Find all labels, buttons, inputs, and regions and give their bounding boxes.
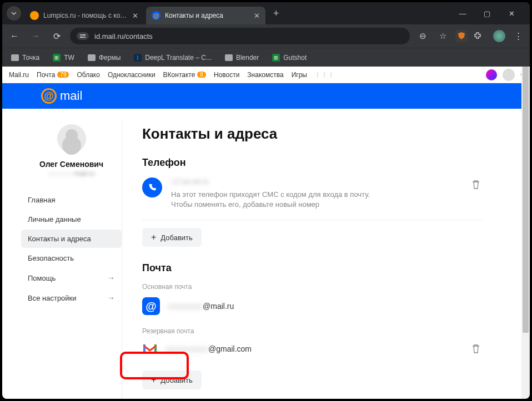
gmail-icon [142,343,158,354]
sidebar-item-label: Личные данные [28,215,81,224]
favicon-icon [30,11,39,20]
plus-icon: + [151,232,156,242]
nav-back-button[interactable]: ← [7,31,22,41]
phone-row: +7 ••• ••• •• На этот телефон приходят С… [142,177,483,220]
svg-point-2 [81,34,83,36]
profile-avatar-icon[interactable] [493,30,505,42]
extension-metamask-icon[interactable] [455,30,468,42]
email-section-heading: Почта [142,262,483,274]
user-email: xxxxxxxxmail.ru [21,170,122,177]
topnav-link[interactable]: Одноклассники [108,71,155,79]
at-icon: @ [41,88,57,104]
backup-email-row: xxxxxxxxxxx@gmail.com [142,339,483,363]
delete-phone-button[interactable] [469,177,483,192]
user-name: Олег Семенович [21,160,122,169]
scrollbar[interactable] [521,67,530,399]
window-minimize-button[interactable]: — [455,9,470,18]
sheets-icon: ⊞ [272,54,280,62]
zoom-icon[interactable]: ⊖ [415,31,430,41]
extensions-icon[interactable] [473,32,488,40]
sidebar-item[interactable]: Помощь→ [21,268,122,287]
topnav-link[interactable]: Облако [77,71,99,79]
delete-backup-email-button[interactable] [469,342,483,356]
page-content: Mail.ru Почта79 Облако Одноклассники ВКо… [2,67,530,399]
phone-description: На этот телефон приходят СМС с кодом для… [171,190,382,210]
site-settings-button[interactable] [77,32,89,40]
mail-count-badge: 79 [57,72,69,78]
sidebar-item-label: Все настройки [28,294,77,302]
bookmark-item[interactable]: ⊞Gutshot [269,52,310,64]
new-tab-button[interactable]: + [268,8,285,19]
sidebar-item[interactable]: Безопасность [21,249,122,267]
folder-icon [11,54,19,61]
browser-tab-1[interactable]: @ Контакты и адреса ✕ [146,7,265,24]
bookmark-item[interactable]: ⟩DeepL Translate – C... [131,52,215,64]
sidebar-item[interactable]: Личные данные [21,210,122,229]
bookmark-item[interactable]: Blender [222,52,262,64]
arrow-right-icon: → [107,273,115,282]
topnav-apps-icon[interactable]: ⋮⋮⋮ [315,72,335,78]
plus-icon: + [151,375,156,385]
mailru-topnav: Mail.ru Почта79 Облако Одноклассники ВКо… [2,67,530,83]
topnav-link[interactable]: Почта79 [37,71,69,79]
primary-email-label: Основная почта [142,283,483,291]
bookmark-item[interactable]: ⊞TW [49,52,78,64]
topnav-link[interactable]: Mail.ru [9,71,29,79]
arrow-right-icon: → [107,293,115,302]
browser-tab-0[interactable]: Lumpics.ru - помощь с компью ✕ [24,7,144,24]
primary-email: xxxxxxxxx@mail.ru [168,302,234,311]
deepl-icon: ⟩ [134,54,142,62]
sidebar-item[interactable]: Все настройки→ [21,288,122,307]
tab-close-button[interactable]: ✕ [132,12,138,20]
address-url: id.mail.ru/contacts [94,32,153,40]
folder-icon [88,54,96,61]
bookmark-item[interactable]: Фермы [84,52,124,64]
bookmarks-bar: Точка ⊞TW Фермы ⟩DeepL Translate – C... … [2,48,530,67]
svg-point-3 [83,37,85,38]
bookmark-item[interactable]: Точка [8,52,43,64]
browser-menu-button[interactable]: ⋮ [511,31,525,41]
browser-toolbar: ← → ⟳ id.mail.ru/contacts ⊖ ☆ ⋮ [2,24,530,48]
backup-email-label: Резервная почта [142,327,483,335]
user-avatar[interactable] [57,124,86,153]
tab-close-button[interactable]: ✕ [254,12,260,20]
topnav-link[interactable]: Новости [214,71,239,79]
sidebar-item-label: Помощь [28,274,56,282]
phone-number: +7 ••• ••• •• [171,177,460,186]
add-phone-button[interactable]: + Добавить [142,228,202,247]
sidebar-item[interactable]: Главная [21,191,122,209]
settings-sidebar: Олег Семенович xxxxxxxxmail.ru ГлавнаяЛи… [2,120,122,399]
primary-email-row: @ xxxxxxxxx@mail.ru [142,295,483,322]
topnav-link[interactable]: ВКонтакте8 [163,71,206,79]
window-close-button[interactable]: ✕ [504,9,519,18]
address-bar[interactable]: id.mail.ru/contacts [70,28,410,44]
folder-icon [225,54,233,61]
topnav-link[interactable]: Знакомства [247,71,283,79]
user-avatar-icon[interactable] [503,69,515,81]
mail-logo[interactable]: @ mail [41,88,82,104]
topnav-link[interactable]: Игры [292,71,307,79]
sidebar-item-label: Безопасность [28,254,74,262]
bookmark-star-icon[interactable]: ☆ [435,31,450,41]
add-email-button[interactable]: + Добавить [142,370,202,389]
tab-search-button[interactable] [7,6,21,21]
nav-forward-button[interactable]: → [28,31,43,41]
tab-title: Lumpics.ru - помощь с компью [43,12,128,19]
tab-title: Контакты и адреса [165,12,249,19]
nav-reload-button[interactable]: ⟳ [49,31,64,42]
settings-panel: Контакты и адреса Телефон +7 ••• ••• •• … [122,120,510,399]
window-maximize-button[interactable]: ▢ [480,9,494,18]
phone-section-heading: Телефон [142,157,483,169]
sidebar-item-label: Главная [28,196,55,204]
favicon-icon: @ [152,11,160,20]
mail-header: @ mail [2,83,530,109]
browser-titlebar: Lumpics.ru - помощь с компью ✕ @ Контакт… [2,2,530,24]
sidebar-item-label: Контакты и адреса [28,235,91,243]
service-avatar-icon[interactable] [486,69,497,80]
phone-icon [142,177,162,197]
page-title: Контакты и адреса [142,125,483,143]
mailru-icon: @ [142,297,160,315]
sheets-icon: ⊞ [53,54,61,62]
sidebar-item[interactable]: Контакты и адреса [21,230,122,248]
scrollbar-thumb[interactable] [523,67,529,333]
